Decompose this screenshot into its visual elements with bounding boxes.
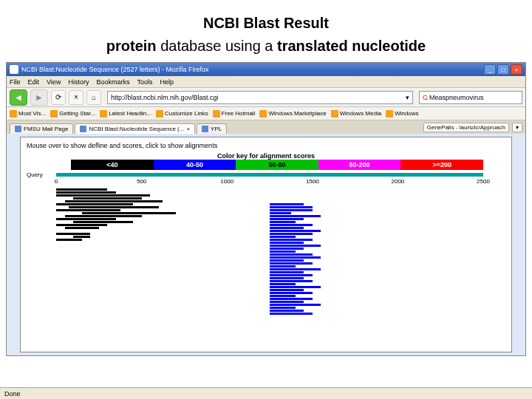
alignment-segment[interactable] bbox=[270, 289, 304, 291]
alignment-row[interactable] bbox=[56, 197, 483, 200]
alignment-segment[interactable] bbox=[56, 203, 133, 205]
alignment-segment[interactable] bbox=[270, 212, 291, 214]
alignment-row[interactable] bbox=[56, 313, 483, 315]
alignment-row[interactable] bbox=[56, 289, 483, 291]
alignment-segment[interactable] bbox=[65, 200, 163, 202]
alignment-segment[interactable] bbox=[56, 209, 120, 211]
alignment-segment[interactable] bbox=[270, 218, 304, 220]
alignment-segment[interactable] bbox=[270, 256, 321, 259]
alignment-row[interactable] bbox=[56, 215, 483, 217]
alignment-segment[interactable] bbox=[69, 206, 158, 208]
alignment-segment[interactable] bbox=[270, 310, 304, 312]
alignment-row[interactable] bbox=[56, 286, 483, 288]
alignment-segment[interactable] bbox=[270, 259, 304, 262]
alignment-segment[interactable] bbox=[270, 262, 313, 265]
alignment-row[interactable] bbox=[56, 262, 483, 265]
alignment-segment[interactable] bbox=[270, 203, 304, 205]
alignment-segment[interactable] bbox=[56, 218, 116, 220]
menu-history[interactable]: History bbox=[68, 78, 89, 86]
menu-bookmarks[interactable]: Bookmarks bbox=[96, 78, 129, 86]
alignment-row[interactable] bbox=[56, 209, 483, 211]
alignment-row[interactable] bbox=[56, 253, 483, 256]
alignment-segment[interactable] bbox=[56, 233, 90, 235]
alignment-segment[interactable] bbox=[270, 274, 313, 276]
alignment-row[interactable] bbox=[56, 256, 483, 259]
alignment-row[interactable] bbox=[56, 200, 483, 202]
alignment-segment[interactable] bbox=[270, 221, 296, 223]
home-button[interactable]: ⌂ bbox=[86, 90, 101, 105]
extension-genepalls[interactable]: GenePalls - laursdc/Approach bbox=[423, 123, 509, 132]
alignment-row[interactable] bbox=[56, 221, 483, 223]
alignment-segment[interactable] bbox=[270, 242, 304, 244]
alignment-chart[interactable] bbox=[56, 188, 483, 315]
alignment-row[interactable] bbox=[56, 245, 483, 247]
alignment-segment[interactable] bbox=[270, 301, 304, 303]
alignment-segment[interactable] bbox=[270, 298, 313, 300]
alignment-row[interactable] bbox=[56, 310, 483, 312]
bookmark-customize-links[interactable]: Customize Links bbox=[156, 110, 208, 117]
alignment-segment[interactable] bbox=[56, 224, 107, 226]
maximize-button[interactable]: □ bbox=[497, 64, 509, 75]
alignment-row[interactable] bbox=[56, 274, 483, 276]
alignment-row[interactable] bbox=[56, 295, 483, 297]
alignment-segment[interactable] bbox=[270, 295, 296, 297]
alignment-row[interactable] bbox=[56, 248, 483, 250]
alignment-segment[interactable] bbox=[270, 230, 321, 232]
close-button[interactable]: × bbox=[511, 64, 522, 75]
bookmark-getting-started[interactable]: Getting Star... bbox=[50, 110, 95, 117]
alignment-segment[interactable] bbox=[270, 277, 304, 279]
alignment-segment[interactable] bbox=[73, 221, 133, 223]
menu-file[interactable]: File bbox=[10, 78, 21, 86]
alignment-segment[interactable] bbox=[270, 283, 296, 285]
bookmark-free-hotmail[interactable]: Free Hotmail bbox=[213, 110, 256, 117]
alignment-segment[interactable] bbox=[270, 209, 313, 211]
url-dropdown-icon[interactable]: ▾ bbox=[406, 94, 409, 101]
alignment-segment[interactable] bbox=[270, 236, 296, 238]
alignment-segment[interactable] bbox=[56, 191, 116, 194]
alignment-row[interactable] bbox=[56, 265, 483, 267]
alignment-segment[interactable] bbox=[270, 253, 313, 256]
alignment-row[interactable] bbox=[56, 212, 483, 214]
alignment-segment[interactable] bbox=[270, 313, 313, 315]
menu-edit[interactable]: Edit bbox=[28, 78, 40, 86]
tab-ncbi-blast[interactable]: NCBI Blast:Nucleotide Sequence (...× bbox=[75, 123, 195, 134]
alignment-segment[interactable] bbox=[270, 233, 313, 235]
alignment-segment[interactable] bbox=[270, 239, 313, 241]
alignment-segment[interactable] bbox=[82, 212, 176, 214]
alignment-segment[interactable] bbox=[73, 197, 141, 200]
bookmark-windows-marketplace[interactable]: Windows Marketplace bbox=[259, 110, 326, 117]
alignment-row[interactable] bbox=[56, 203, 483, 205]
bookmark-star-icon[interactable]: ☆ bbox=[398, 94, 404, 101]
alignment-row[interactable] bbox=[56, 268, 483, 270]
back-button[interactable]: ◄ bbox=[10, 89, 27, 106]
alignment-row[interactable] bbox=[56, 304, 483, 306]
alignment-row[interactable] bbox=[56, 271, 483, 273]
alignment-segment[interactable] bbox=[270, 286, 321, 288]
alignment-segment[interactable] bbox=[270, 206, 313, 208]
alignment-row[interactable] bbox=[56, 292, 483, 294]
alignment-segment[interactable] bbox=[56, 194, 150, 197]
alignment-row[interactable] bbox=[56, 233, 483, 235]
menu-help[interactable]: Help bbox=[160, 78, 174, 86]
alignment-row[interactable] bbox=[56, 280, 483, 282]
alignment-segment[interactable] bbox=[65, 215, 142, 217]
alignment-row[interactable] bbox=[56, 283, 483, 285]
bookmark-most-visited[interactable]: Most Vis... bbox=[10, 110, 46, 117]
alignment-row[interactable] bbox=[56, 206, 483, 208]
forward-button[interactable]: ► bbox=[30, 89, 48, 106]
menu-view[interactable]: View bbox=[47, 78, 61, 86]
alignment-row[interactable] bbox=[56, 298, 483, 300]
alignment-row[interactable] bbox=[56, 191, 483, 194]
alignment-segment[interactable] bbox=[270, 224, 313, 226]
alignment-row[interactable] bbox=[56, 277, 483, 279]
alignment-segment[interactable] bbox=[270, 227, 304, 229]
alignment-row[interactable] bbox=[56, 227, 483, 229]
alignment-segment[interactable] bbox=[270, 265, 296, 267]
alignment-row[interactable] bbox=[56, 250, 483, 253]
alignment-row[interactable] bbox=[56, 218, 483, 220]
alignment-segment[interactable] bbox=[56, 239, 82, 241]
alignment-row[interactable] bbox=[56, 188, 483, 191]
alignment-row[interactable] bbox=[56, 307, 483, 309]
bookmark-latest-headlines[interactable]: Latest Headlin... bbox=[100, 110, 151, 117]
alignment-segment[interactable] bbox=[270, 280, 313, 282]
